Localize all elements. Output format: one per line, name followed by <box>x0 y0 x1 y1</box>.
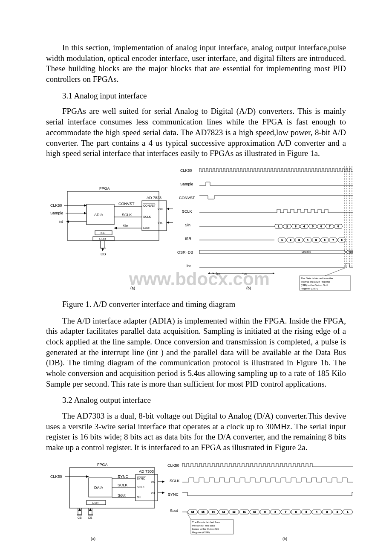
svg-text:Sout: Sout <box>170 509 178 513</box>
svg-text:Register (OSR): Register (OSR) <box>192 531 210 534</box>
svg-text:12: 12 <box>233 511 236 513</box>
svg-marker-24 <box>101 249 104 251</box>
label-b: (b) <box>246 286 251 290</box>
svg-text:3: 3 <box>298 239 300 241</box>
label-a: (a) <box>130 286 135 290</box>
svg-marker-76 <box>162 491 164 494</box>
figure-1: www.bdocx.com FPGA ADIA AD 7823 CONVST S… <box>46 166 346 292</box>
svg-text:6: 6 <box>324 239 326 241</box>
svg-marker-9 <box>66 220 69 223</box>
svg-marker-7 <box>84 212 86 214</box>
svg-text:6: 6 <box>320 225 322 228</box>
svg-marker-88 <box>89 508 92 511</box>
svg-text:7: 7 <box>329 225 331 228</box>
figure-2: FPGA DAIA AD 7303 SYNC SCLK Din VA VB CL… <box>46 460 346 543</box>
svg-text:The Data is latched from the: The Data is latched from the <box>301 277 333 280</box>
svg-marker-74 <box>162 480 164 483</box>
svg-text:1: 1 <box>347 511 349 513</box>
svg-text:10: 10 <box>253 511 256 513</box>
label-clk50-a: CLK50 <box>50 203 62 208</box>
svg-text:SYNC: SYNC <box>168 492 179 497</box>
svg-text:SYNC: SYNC <box>137 477 145 480</box>
t-convst: CONVST <box>179 196 195 200</box>
svg-text:3: 3 <box>295 225 297 228</box>
svg-text:buses to the Output Sift: buses to the Output Sift <box>192 528 219 530</box>
svg-text:13: 13 <box>222 511 225 513</box>
para-3-2: The AD7303 is a dual, 8-bit voltage out … <box>46 411 346 453</box>
label-sclk-ad: SCLK <box>143 215 151 218</box>
svg-marker-13 <box>114 227 117 229</box>
label-unvalid: unvalid <box>302 250 311 253</box>
svg-marker-66 <box>86 475 89 478</box>
svg-text:7: 7 <box>332 239 334 241</box>
svg-text:OSR: OSR <box>92 501 98 504</box>
svg-text:16: 16 <box>191 511 194 513</box>
intro-paragraph: In this section, implementation of analo… <box>46 43 346 85</box>
t-sclk: SCLK <box>182 209 192 214</box>
svg-text:4: 4 <box>303 225 305 228</box>
svg-text:8: 8 <box>341 239 343 241</box>
label-sin: Sin <box>123 224 128 228</box>
label2-clk50: CLK50 <box>50 474 62 479</box>
label-adia: ADIA <box>94 213 103 217</box>
label2-ad7303: AD 7303 <box>139 469 154 474</box>
svg-text:the control and data: the control and data <box>192 524 215 527</box>
svg-text:SYNC: SYNC <box>118 474 129 479</box>
label-fpga: FPGA <box>99 186 110 191</box>
svg-marker-5 <box>84 204 86 207</box>
svg-text:SCLK: SCLK <box>170 479 180 483</box>
svg-text:CB: CB <box>78 516 82 519</box>
label-dout: Dout <box>143 226 150 229</box>
t-osrdb: OSR=DB <box>177 250 193 254</box>
svg-text:internal Input Sift Register: internal Input Sift Register <box>301 280 330 283</box>
svg-text:Sout: Sout <box>118 493 126 497</box>
svg-text:2: 2 <box>337 511 338 513</box>
label-valid: valid <box>349 250 353 253</box>
label-odr-box: ODR <box>99 237 106 240</box>
svg-text:2: 2 <box>290 239 291 241</box>
t-clk50: CLK50 <box>180 168 192 173</box>
label-sample-a: Sample <box>50 211 63 215</box>
para-3-1: FPGAs are well suited for serial Analog … <box>46 106 346 159</box>
svg-text:14: 14 <box>212 511 215 513</box>
label-vinm: Vin- <box>158 221 163 224</box>
svg-text:Din: Din <box>137 496 141 499</box>
svg-text:VA: VA <box>151 480 155 483</box>
svg-text:4: 4 <box>307 239 308 241</box>
label-int-a: int <box>59 220 63 224</box>
label-sclk: SCLK <box>122 213 132 217</box>
svg-text:CLK50: CLK50 <box>167 463 179 468</box>
svg-text:8: 8 <box>337 225 339 228</box>
svg-marker-15 <box>167 208 169 210</box>
label-4us: 4µs <box>242 272 247 275</box>
fig2-block-diagram: FPGA DAIA AD 7303 SYNC SCLK Din VA VB CL… <box>50 462 164 541</box>
svg-text:VB: VB <box>151 491 155 494</box>
heading-3-1: 3.1 Analog input interface <box>46 91 346 101</box>
svg-text:SCLK: SCLK <box>137 486 145 489</box>
t-sample: Sample <box>180 182 193 186</box>
heading-3-2: 3.2 Analog output interface <box>46 395 346 406</box>
svg-marker-49 <box>273 272 274 274</box>
svg-line-55 <box>325 267 347 276</box>
svg-text:(ISR) to the Output Shift: (ISR) to the Output Shift <box>301 284 328 286</box>
svg-text:5: 5 <box>306 511 307 513</box>
svg-text:2: 2 <box>286 225 288 228</box>
label2-daia: DAIA <box>94 486 103 490</box>
label-isr-box: ISR <box>101 231 106 234</box>
svg-text:11: 11 <box>243 511 246 513</box>
svg-text:(a): (a) <box>91 537 95 541</box>
label-1us: 1µs <box>216 272 221 275</box>
svg-marker-17 <box>167 221 169 224</box>
svg-text:SCLK: SCLK <box>118 483 128 487</box>
label-ad7823: AD 7823 <box>147 196 161 200</box>
svg-text:Register (OSR): Register (OSR) <box>301 287 318 290</box>
svg-text:The Data is latched from: The Data is latched from <box>192 521 220 523</box>
t-isr: ISR <box>185 237 192 241</box>
svg-text:(b): (b) <box>282 537 287 541</box>
figure-1-caption: Figure 1. A/D converter interface and ti… <box>46 299 346 310</box>
svg-text:5: 5 <box>315 239 317 241</box>
svg-text:1: 1 <box>281 239 283 241</box>
svg-text:1: 1 <box>278 225 280 228</box>
label-db: DB <box>101 252 106 256</box>
svg-text:6: 6 <box>295 511 297 513</box>
